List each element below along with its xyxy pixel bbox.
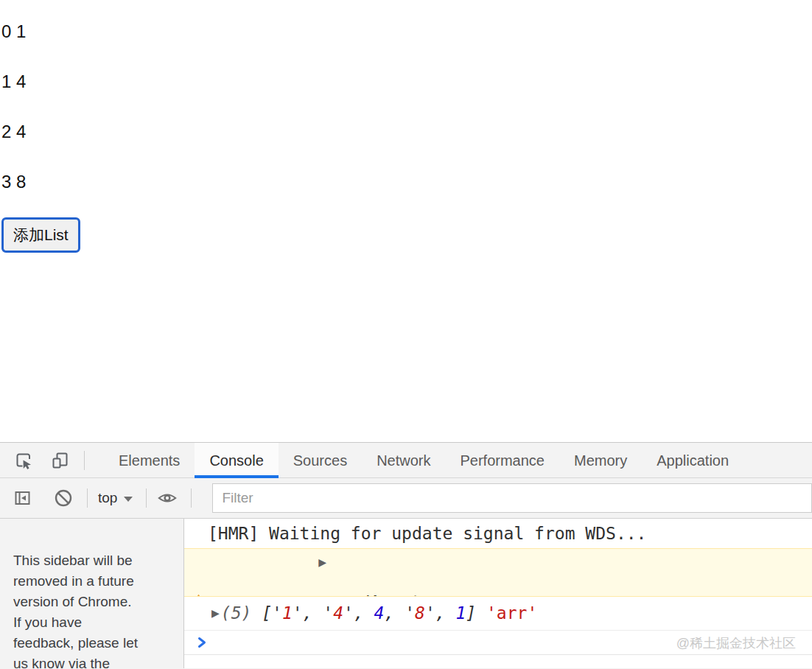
log-token: ' (293, 603, 303, 623)
divider (191, 488, 192, 508)
console-log-hmr: [HMR] Waiting for update signal from WDS… (184, 519, 812, 548)
warning-text: src/App.tsx Line 9:25: 'useEffect' is de… (329, 553, 812, 597)
console-toolbar: top (0, 478, 812, 519)
chevron-down-icon (124, 497, 133, 502)
list-item: 1 4 (1, 71, 812, 92)
log-token: ' (405, 603, 415, 623)
expand-triangle-icon[interactable]: ▶ (318, 553, 326, 572)
page-content: 0 1 1 4 2 4 3 8 添加List (0, 0, 812, 442)
tab-network[interactable]: Network (362, 443, 445, 478)
log-token: 4 (374, 603, 385, 623)
add-list-button[interactable]: 添加List (1, 217, 80, 253)
log-token: 1 (455, 603, 466, 623)
toggle-console-sidebar-icon[interactable] (12, 488, 32, 508)
prompt-chevron-icon (197, 637, 207, 648)
devtools-tabs: Elements Console Sources Network Perform… (104, 443, 743, 478)
javascript-context-dropdown[interactable]: top (98, 490, 133, 506)
tab-sources[interactable]: Sources (279, 443, 362, 478)
log-token: [ (262, 603, 272, 623)
devtools-tabbar: Elements Console Sources Network Perform… (0, 443, 812, 478)
console-filter-input[interactable] (212, 483, 812, 513)
console-log-array: ▶ (5) ['1', '4', 4, '8', 1] 'arr' (184, 597, 812, 631)
log-token: 'arr' (486, 603, 537, 623)
list-item: 3 8 (1, 171, 812, 192)
log-token: (5) (221, 603, 262, 623)
device-toolbar-icon[interactable] (50, 450, 71, 471)
tab-performance[interactable]: Performance (446, 443, 560, 478)
tab-console-label: Console (209, 452, 263, 469)
log-token: 1 (282, 603, 293, 623)
divider (84, 451, 85, 470)
log-token: 8 (415, 603, 425, 623)
log-token (476, 603, 486, 623)
console-body: This sidebar will be removed in a future… (0, 519, 812, 668)
log-token: ' (272, 603, 282, 623)
warning-triangle-icon (192, 556, 314, 597)
tab-elements[interactable]: Elements (104, 443, 195, 478)
log-token: , (303, 603, 323, 623)
console-messages: [HMR] Waiting for update signal from WDS… (184, 519, 812, 668)
sidebar-deprecation-notice: This sidebar will be removed in a future… (13, 550, 172, 669)
list-item: 2 4 (1, 121, 812, 142)
browser-screen: 0 1 1 4 2 4 3 8 添加List Elements (0, 0, 812, 669)
log-token: , (354, 603, 374, 623)
divider (146, 488, 147, 508)
tab-application[interactable]: Application (642, 443, 743, 478)
console-sidebar: This sidebar will be removed in a future… (0, 519, 184, 668)
console-warning-message: ▶ src/App.tsx Line 9:25: 'useEffect' is … (184, 548, 812, 597)
list-item: 0 1 (1, 21, 812, 42)
active-tab-underline (195, 475, 278, 478)
divider (87, 488, 88, 508)
tab-console[interactable]: Console (195, 443, 278, 478)
expand-triangle-icon[interactable]: ▶ (211, 603, 220, 623)
log-token: ] (466, 603, 476, 623)
live-expression-eye-icon[interactable] (157, 488, 178, 508)
devtools-panel: Elements Console Sources Network Perform… (0, 442, 812, 669)
log-token: ' (323, 603, 333, 623)
tab-memory[interactable]: Memory (559, 443, 642, 478)
log-token: ' (425, 603, 435, 623)
log-token: , (384, 603, 405, 623)
log-token: 4 (333, 603, 343, 623)
inspect-element-icon[interactable] (13, 450, 34, 471)
log-token: , (435, 603, 456, 623)
clear-console-icon[interactable] (53, 488, 74, 508)
array-preview: (5) ['1', '4', 4, '8', 1] 'arr' (221, 603, 537, 623)
log-token: ' (343, 603, 354, 623)
context-label: top (98, 490, 117, 506)
watermark: @稀土掘金技术社区 (676, 634, 796, 652)
